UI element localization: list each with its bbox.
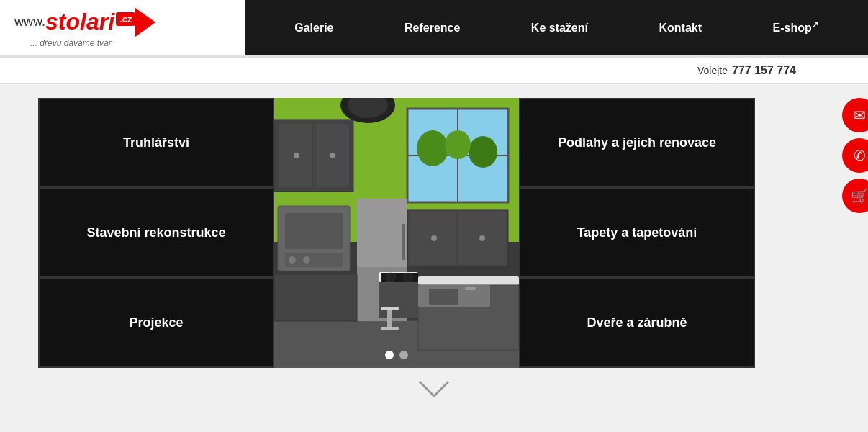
- phone-button[interactable]: ✆: [842, 138, 868, 173]
- svg-rect-26: [402, 224, 405, 260]
- logo-box: www. stolari .cz ... dřevu dáváme tvar: [14, 8, 155, 48]
- logo-main: www. stolari .cz: [14, 8, 155, 37]
- svg-point-9: [445, 130, 471, 159]
- cart-button[interactable]: 🛒: [842, 179, 868, 213]
- grid-cell-truhlari-label: Truhlářství: [116, 128, 196, 158]
- svg-rect-29: [418, 276, 519, 285]
- grid-cell-truhlari[interactable]: Truhlářství: [38, 98, 274, 188]
- svg-rect-43: [465, 287, 476, 290]
- external-link-icon: ↗: [812, 20, 818, 29]
- svg-point-45: [386, 273, 395, 282]
- nav-item-galerie[interactable]: Galerie: [286, 16, 342, 40]
- svg-point-17: [330, 153, 335, 158]
- logo-area: www. stolari .cz ... dřevu dáváme tvar: [0, 0, 245, 55]
- svg-rect-42: [429, 289, 458, 305]
- slider-dot-2[interactable]: [399, 351, 408, 359]
- svg-point-39: [289, 256, 296, 264]
- logo-name: stolari: [45, 9, 114, 35]
- logo-tagline: ... dřevu dáváme tvar: [30, 38, 112, 48]
- main-content: Truhlářství Stavební rekonstrukce Projek…: [0, 84, 868, 400]
- grid-cell-tapety[interactable]: Tapety a tapetování: [519, 188, 755, 278]
- kitchen-svg: [274, 98, 519, 368]
- left-column: Truhlářství Stavební rekonstrukce Projek…: [38, 98, 274, 368]
- nav-item-ke-stazeni[interactable]: Ke stažení: [523, 16, 597, 40]
- svg-rect-24: [357, 199, 407, 267]
- slider-dots: [385, 351, 408, 359]
- grid-cell-projekce[interactable]: Projekce: [38, 278, 274, 368]
- svg-rect-37: [285, 213, 343, 249]
- logo-tld: .cz: [116, 12, 135, 26]
- svg-point-7: [417, 130, 448, 166]
- main-nav: Galerie Reference Ke stažení Kontakt E-s…: [245, 0, 868, 55]
- grid-cell-dvere[interactable]: Dveře a zárubně: [519, 278, 755, 368]
- sub-header: Volejte 777 157 774: [0, 58, 868, 84]
- logo-www: www.: [14, 14, 45, 30]
- nav-item-reference[interactable]: Reference: [396, 16, 469, 40]
- cart-icon: 🛒: [851, 187, 869, 204]
- svg-rect-28: [274, 274, 357, 321]
- nav-item-eshop[interactable]: E-shop↗: [764, 14, 827, 40]
- grid-cell-projekce-label: Projekce: [122, 308, 190, 338]
- svg-point-16: [294, 153, 299, 158]
- email-button[interactable]: ✉: [842, 98, 868, 132]
- logo-arrow-icon: [135, 8, 155, 37]
- phone-number[interactable]: 777 157 774: [732, 64, 796, 77]
- svg-rect-33: [381, 307, 399, 310]
- slider-dot-1[interactable]: [385, 351, 394, 359]
- phone-icon: ✆: [854, 147, 866, 164]
- chevron-down-icon: [419, 367, 449, 397]
- svg-rect-34: [387, 310, 392, 328]
- svg-point-46: [404, 273, 412, 282]
- grid-container: Truhlářství Stavební rekonstrukce Projek…: [38, 98, 830, 368]
- header: www. stolari .cz ... dřevu dáváme tvar G…: [0, 0, 868, 58]
- grid-cell-tapety-label: Tapety a tapetování: [570, 218, 705, 248]
- svg-point-21: [431, 235, 437, 241]
- center-column: [274, 98, 519, 368]
- right-column: Podlahy a jejich renovace Tapety a tapet…: [519, 98, 755, 368]
- sidebar-buttons: ✉ ✆ 🛒: [842, 98, 868, 213]
- nav-item-kontakt[interactable]: Kontakt: [650, 16, 710, 40]
- grid-cell-stavebni-label: Stavební rekonstrukce: [79, 218, 232, 248]
- svg-rect-35: [381, 327, 399, 330]
- email-icon: ✉: [854, 107, 866, 124]
- grid-cell-podlahy[interactable]: Podlahy a jejich renovace: [519, 98, 755, 188]
- svg-rect-32: [379, 282, 418, 318]
- phone-prefix: Volejte: [697, 65, 728, 76]
- chevron-area: [0, 368, 868, 400]
- grid-cell-dvere-label: Dveře a zárubně: [579, 308, 694, 338]
- grid-cell-podlahy-label: Podlahy a jejich renovace: [551, 128, 723, 158]
- kitchen-image: [274, 98, 519, 368]
- svg-point-22: [479, 235, 485, 241]
- svg-point-8: [469, 136, 497, 168]
- grid-cell-stavebni[interactable]: Stavební rekonstrukce: [38, 188, 274, 278]
- svg-point-40: [303, 256, 310, 264]
